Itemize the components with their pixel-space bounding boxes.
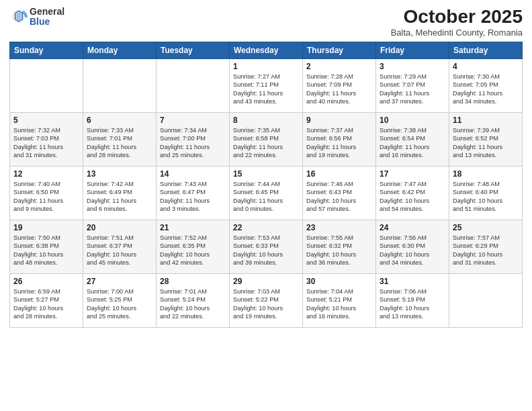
- day-number: 30: [306, 277, 372, 286]
- day-number: 15: [233, 169, 299, 179]
- col-saturday: Saturday: [449, 42, 523, 58]
- day-content: Sunrise: 7:35 AM Sunset: 6:58 PM Dayligh…: [233, 126, 299, 160]
- table-row: 11Sunrise: 7:39 AM Sunset: 6:52 PM Dayli…: [449, 112, 523, 166]
- day-number: 9: [306, 116, 372, 125]
- day-number: 10: [380, 116, 445, 125]
- table-row: 31Sunrise: 7:06 AM Sunset: 5:19 PM Dayli…: [376, 273, 449, 327]
- table-row: 2Sunrise: 7:28 AM Sunset: 7:09 PM Daylig…: [303, 58, 376, 112]
- day-content: Sunrise: 7:33 AM Sunset: 7:01 PM Dayligh…: [87, 126, 152, 160]
- week-row-5: 26Sunrise: 6:59 AM Sunset: 5:27 PM Dayli…: [10, 273, 523, 327]
- day-content: Sunrise: 7:03 AM Sunset: 5:22 PM Dayligh…: [233, 287, 299, 321]
- table-row: [157, 58, 230, 112]
- day-number: 14: [160, 169, 226, 179]
- day-content: Sunrise: 7:27 AM Sunset: 7:11 PM Dayligh…: [233, 73, 299, 106]
- week-row-2: 5Sunrise: 7:32 AM Sunset: 7:03 PM Daylig…: [10, 112, 523, 166]
- table-row: 27Sunrise: 7:00 AM Sunset: 5:25 PM Dayli…: [83, 273, 157, 327]
- table-row: 23Sunrise: 7:55 AM Sunset: 6:32 PM Dayli…: [303, 220, 376, 273]
- day-content: Sunrise: 7:32 AM Sunset: 7:03 PM Dayligh…: [13, 126, 79, 160]
- day-number: 4: [453, 62, 519, 71]
- day-content: Sunrise: 7:46 AM Sunset: 6:43 PM Dayligh…: [306, 180, 372, 214]
- table-row: 13Sunrise: 7:42 AM Sunset: 6:49 PM Dayli…: [83, 166, 157, 220]
- day-number: 1: [233, 62, 299, 71]
- day-number: 3: [380, 62, 445, 71]
- table-row: 7Sunrise: 7:34 AM Sunset: 7:00 PM Daylig…: [157, 112, 230, 166]
- logo-icon: [9, 7, 28, 26]
- day-number: 19: [13, 223, 79, 232]
- month-title: October 2025: [391, 7, 523, 28]
- table-row: [83, 58, 157, 112]
- calendar-table: Sunday Monday Tuesday Wednesday Thursday…: [9, 42, 523, 328]
- page-header: General Blue October 2025 Balta, Mehedin…: [9, 7, 523, 38]
- day-content: Sunrise: 7:47 AM Sunset: 6:42 PM Dayligh…: [380, 180, 445, 214]
- day-content: Sunrise: 7:06 AM Sunset: 5:19 PM Dayligh…: [380, 287, 445, 321]
- day-content: Sunrise: 7:57 AM Sunset: 6:29 PM Dayligh…: [453, 234, 519, 267]
- day-number: 12: [13, 169, 79, 179]
- table-row: 12Sunrise: 7:40 AM Sunset: 6:50 PM Dayli…: [10, 166, 83, 220]
- table-row: 5Sunrise: 7:32 AM Sunset: 7:03 PM Daylig…: [10, 112, 83, 166]
- table-row: [10, 58, 83, 112]
- col-thursday: Thursday: [303, 42, 376, 58]
- table-row: 6Sunrise: 7:33 AM Sunset: 7:01 PM Daylig…: [83, 112, 157, 166]
- table-row: 1Sunrise: 7:27 AM Sunset: 7:11 PM Daylig…: [230, 58, 303, 112]
- day-number: 29: [233, 277, 299, 286]
- table-row: 16Sunrise: 7:46 AM Sunset: 6:43 PM Dayli…: [303, 166, 376, 220]
- day-number: 23: [306, 223, 372, 232]
- logo-text: General Blue: [30, 7, 64, 28]
- day-content: Sunrise: 7:42 AM Sunset: 6:49 PM Dayligh…: [87, 180, 152, 214]
- day-number: 27: [87, 277, 152, 286]
- col-sunday: Sunday: [10, 42, 83, 58]
- day-content: Sunrise: 7:53 AM Sunset: 6:33 PM Dayligh…: [233, 234, 299, 267]
- table-row: 26Sunrise: 6:59 AM Sunset: 5:27 PM Dayli…: [10, 273, 83, 327]
- logo-blue-text: Blue: [30, 17, 64, 27]
- day-content: Sunrise: 7:00 AM Sunset: 5:25 PM Dayligh…: [87, 287, 152, 321]
- col-friday: Friday: [376, 42, 449, 58]
- day-number: 11: [453, 116, 519, 125]
- day-content: Sunrise: 7:52 AM Sunset: 6:35 PM Dayligh…: [160, 234, 226, 267]
- day-number: 8: [233, 116, 299, 125]
- day-content: Sunrise: 7:48 AM Sunset: 6:40 PM Dayligh…: [453, 180, 519, 214]
- day-number: 13: [87, 169, 152, 179]
- table-row: 28Sunrise: 7:01 AM Sunset: 5:24 PM Dayli…: [157, 273, 230, 327]
- table-row: 15Sunrise: 7:44 AM Sunset: 6:45 PM Dayli…: [230, 166, 303, 220]
- day-number: 31: [380, 277, 445, 286]
- day-number: 25: [453, 223, 519, 232]
- table-row: 3Sunrise: 7:29 AM Sunset: 7:07 PM Daylig…: [376, 58, 449, 112]
- table-row: 19Sunrise: 7:50 AM Sunset: 6:38 PM Dayli…: [10, 220, 83, 273]
- day-number: 17: [380, 169, 445, 179]
- week-row-3: 12Sunrise: 7:40 AM Sunset: 6:50 PM Dayli…: [10, 166, 523, 220]
- table-row: 8Sunrise: 7:35 AM Sunset: 6:58 PM Daylig…: [230, 112, 303, 166]
- table-row: 21Sunrise: 7:52 AM Sunset: 6:35 PM Dayli…: [157, 220, 230, 273]
- logo-general-text: General: [30, 7, 64, 17]
- table-row: 25Sunrise: 7:57 AM Sunset: 6:29 PM Dayli…: [449, 220, 523, 273]
- day-content: Sunrise: 7:50 AM Sunset: 6:38 PM Dayligh…: [13, 234, 79, 267]
- table-row: 29Sunrise: 7:03 AM Sunset: 5:22 PM Dayli…: [230, 273, 303, 327]
- page-container: General Blue October 2025 Balta, Mehedin…: [0, 0, 532, 333]
- day-number: 6: [87, 116, 152, 125]
- day-number: 16: [306, 169, 372, 179]
- day-number: 21: [160, 223, 226, 232]
- day-number: 18: [453, 169, 519, 179]
- week-row-4: 19Sunrise: 7:50 AM Sunset: 6:38 PM Dayli…: [10, 220, 523, 273]
- table-row: 24Sunrise: 7:56 AM Sunset: 6:30 PM Dayli…: [376, 220, 449, 273]
- table-row: 9Sunrise: 7:37 AM Sunset: 6:56 PM Daylig…: [303, 112, 376, 166]
- day-number: 26: [13, 277, 79, 286]
- table-row: 30Sunrise: 7:04 AM Sunset: 5:21 PM Dayli…: [303, 273, 376, 327]
- table-row: [449, 273, 523, 327]
- day-number: 5: [13, 116, 79, 125]
- day-content: Sunrise: 7:39 AM Sunset: 6:52 PM Dayligh…: [453, 126, 519, 160]
- week-row-1: 1Sunrise: 7:27 AM Sunset: 7:11 PM Daylig…: [10, 58, 523, 112]
- table-row: 4Sunrise: 7:30 AM Sunset: 7:05 PM Daylig…: [449, 58, 523, 112]
- table-row: 10Sunrise: 7:38 AM Sunset: 6:54 PM Dayli…: [376, 112, 449, 166]
- calendar-header-row: Sunday Monday Tuesday Wednesday Thursday…: [10, 42, 523, 58]
- day-content: Sunrise: 7:56 AM Sunset: 6:30 PM Dayligh…: [380, 234, 445, 267]
- table-row: 20Sunrise: 7:51 AM Sunset: 6:37 PM Dayli…: [83, 220, 157, 273]
- day-content: Sunrise: 7:29 AM Sunset: 7:07 PM Dayligh…: [380, 73, 445, 106]
- col-tuesday: Tuesday: [157, 42, 230, 58]
- day-content: Sunrise: 7:44 AM Sunset: 6:45 PM Dayligh…: [233, 180, 299, 214]
- day-content: Sunrise: 7:43 AM Sunset: 6:47 PM Dayligh…: [160, 180, 226, 214]
- location-subtitle: Balta, Mehedinti County, Romania: [391, 28, 523, 38]
- day-content: Sunrise: 7:51 AM Sunset: 6:37 PM Dayligh…: [87, 234, 152, 267]
- day-content: Sunrise: 7:04 AM Sunset: 5:21 PM Dayligh…: [306, 287, 372, 321]
- table-row: 22Sunrise: 7:53 AM Sunset: 6:33 PM Dayli…: [230, 220, 303, 273]
- day-content: Sunrise: 6:59 AM Sunset: 5:27 PM Dayligh…: [13, 287, 79, 321]
